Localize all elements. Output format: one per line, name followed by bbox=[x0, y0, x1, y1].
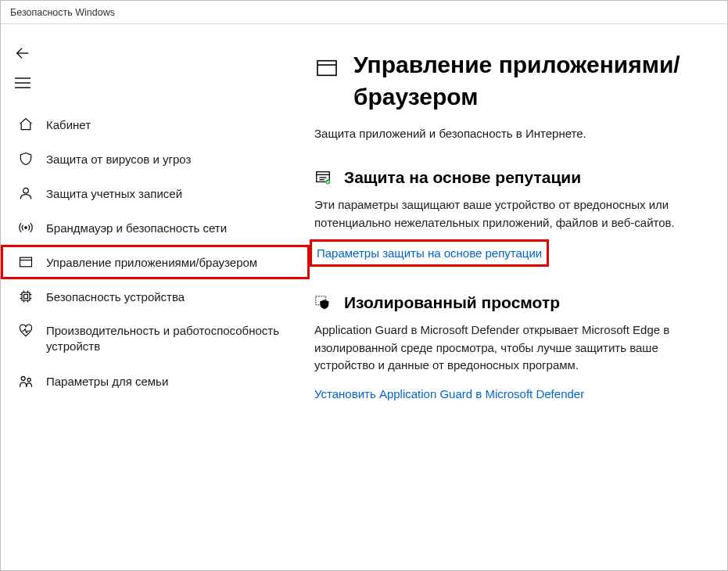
sidebar-item-label: Безопасность устройства bbox=[46, 290, 185, 303]
home-icon bbox=[18, 117, 34, 132]
sidebar-item-account[interactable]: Защита учетных записей bbox=[1, 176, 310, 210]
sidebar-item-app-browser[interactable]: Управление приложениями/браузером bbox=[1, 245, 310, 279]
sidebar-item-label: Защита от вирусов и угроз bbox=[46, 153, 191, 166]
reputation-settings-link[interactable]: Параметры защиты на основе репутации bbox=[310, 239, 549, 267]
page-title: Управление приложениями/браузером bbox=[353, 49, 708, 113]
window-title: Безопасность Windows bbox=[10, 7, 115, 18]
section-reputation: Защита на основе репутации Эти параметры… bbox=[314, 168, 708, 267]
svg-rect-6 bbox=[20, 257, 32, 267]
reputation-icon bbox=[314, 169, 332, 186]
section-head: Изолированный просмотр bbox=[314, 293, 708, 312]
svg-point-4 bbox=[23, 188, 29, 193]
titlebar: Безопасность Windows bbox=[1, 1, 727, 24]
family-icon bbox=[18, 374, 34, 390]
sidebar: Кабинет Защита от вирусов и угроз Защита… bbox=[1, 24, 310, 570]
menu-button[interactable] bbox=[5, 68, 40, 98]
section-title: Изолированный просмотр bbox=[344, 293, 560, 312]
sidebar-item-firewall[interactable]: Брандмауэр и безопасность сети bbox=[1, 210, 310, 245]
install-app-guard-link[interactable]: Установить Application Guard в Microsoft… bbox=[314, 387, 584, 400]
sidebar-item-device[interactable]: Безопасность устройства bbox=[1, 279, 310, 314]
nav: Кабинет Защита от вирусов и угроз Защита… bbox=[1, 107, 310, 399]
section-desc: Application Guard в Microsoft Defender о… bbox=[314, 321, 708, 375]
shield-icon bbox=[18, 151, 34, 167]
hamburger-icon bbox=[15, 77, 30, 89]
person-icon bbox=[18, 185, 34, 201]
browser-icon bbox=[314, 56, 339, 81]
back-arrow-icon bbox=[14, 45, 31, 62]
section-title: Защита на основе репутации bbox=[344, 168, 581, 187]
sidebar-item-label: Кабинет bbox=[46, 118, 91, 131]
section-desc: Эти параметры защищают ваше устройство о… bbox=[314, 196, 708, 232]
svg-rect-20 bbox=[317, 61, 336, 76]
window: Безопасность Windows Кабинет bbox=[0, 0, 728, 571]
sidebar-item-label: Защита учетных записей bbox=[46, 187, 182, 200]
antenna-icon bbox=[18, 220, 34, 235]
sidebar-item-label: Производительность и работоспособность у… bbox=[46, 323, 299, 355]
main-content: Управление приложениями/браузером Защита… bbox=[310, 24, 727, 570]
heart-icon bbox=[18, 323, 34, 339]
browser-icon bbox=[18, 254, 34, 270]
sidebar-item-home[interactable]: Кабинет bbox=[1, 107, 310, 142]
svg-rect-9 bbox=[24, 295, 28, 299]
svg-point-5 bbox=[25, 227, 27, 229]
sidebar-item-label: Управление приложениями/браузером bbox=[46, 256, 257, 269]
section-head: Защита на основе репутации bbox=[314, 168, 708, 187]
back-button[interactable] bbox=[5, 38, 40, 68]
sidebar-item-virus[interactable]: Защита от вирусов и угроз bbox=[1, 142, 310, 176]
svg-rect-8 bbox=[22, 293, 30, 300]
svg-point-18 bbox=[21, 376, 25, 380]
sidebar-item-label: Брандмауэр и безопасность сети bbox=[46, 221, 227, 235]
isolated-icon bbox=[314, 294, 332, 311]
page-header: Управление приложениями/браузером bbox=[314, 49, 708, 113]
chip-icon bbox=[18, 289, 34, 304]
svg-point-19 bbox=[27, 378, 30, 381]
sidebar-item-label: Параметры для семьи bbox=[46, 375, 168, 388]
sidebar-item-performance[interactable]: Производительность и работоспособность у… bbox=[1, 314, 310, 365]
sidebar-item-family[interactable]: Параметры для семьи bbox=[1, 365, 310, 399]
body: Кабинет Защита от вирусов и угроз Защита… bbox=[1, 24, 727, 570]
page-subtitle: Защита приложений и безопасность в Интер… bbox=[314, 127, 708, 140]
section-isolated-browsing: Изолированный просмотр Application Guard… bbox=[314, 293, 708, 401]
